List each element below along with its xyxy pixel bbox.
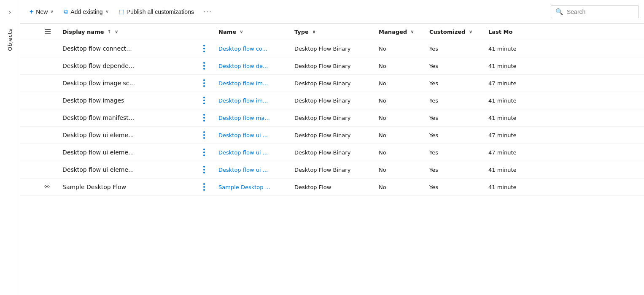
context-menu-button[interactable] xyxy=(201,130,207,141)
last-modified-cell: 47 minute xyxy=(483,144,644,161)
display-name-cell[interactable]: Desktop flow depende... xyxy=(57,57,201,75)
new-chevron-icon: ∨ xyxy=(50,9,54,14)
context-menu-cell xyxy=(201,40,213,57)
row-icon-cell xyxy=(40,40,57,57)
display-name-cell[interactable]: Desktop flow manifest... xyxy=(57,109,201,127)
context-menu-button[interactable] xyxy=(201,43,207,54)
table-row: Desktop flow images Desktop flow im...De… xyxy=(20,92,644,109)
row-checkbox-cell xyxy=(20,109,40,127)
chevron-right-icon: › xyxy=(8,8,11,16)
toolbar: + New ∨ ⧉ Add existing ∨ ⬚ Publish all c… xyxy=(20,0,644,24)
context-menu-button[interactable] xyxy=(201,164,207,175)
type-cell: Desktop Flow Binary xyxy=(289,161,374,179)
context-menu-cell xyxy=(201,144,213,161)
context-menu-button[interactable] xyxy=(201,147,207,158)
name-header-label: Name xyxy=(218,29,236,35)
name-cell: Desktop flow ui ... xyxy=(213,144,289,161)
type-cell: Desktop Flow Binary xyxy=(289,144,374,161)
row-checkbox-cell xyxy=(20,92,40,109)
context-menu-button[interactable] xyxy=(201,95,207,106)
search-input[interactable] xyxy=(567,8,634,15)
row-icon-cell xyxy=(40,75,57,92)
managed-header-label: Managed xyxy=(379,29,407,35)
row-checkbox-cell xyxy=(20,179,40,196)
customized-sort-icon: ∨ xyxy=(469,29,472,35)
row-icon-cell: 👁 xyxy=(40,179,57,196)
context-menu-button[interactable] xyxy=(201,181,207,192)
customized-cell: Yes xyxy=(424,57,483,75)
customized-cell: Yes xyxy=(424,92,483,109)
name-cell: Desktop flow co... xyxy=(213,40,289,57)
table-row: Desktop flow ui eleme... Desktop flow ui… xyxy=(20,127,644,144)
type-sort-icon: ∨ xyxy=(312,29,316,35)
context-menu-cell xyxy=(201,179,213,196)
display-name-cell[interactable]: Sample Desktop Flow xyxy=(57,179,201,196)
display-name-cell[interactable]: Desktop flow ui eleme... xyxy=(57,144,201,161)
more-actions-button[interactable]: ··· xyxy=(200,5,216,19)
name-cell: Sample Desktop ... xyxy=(213,179,289,196)
type-cell: Desktop Flow Binary xyxy=(289,40,374,57)
table-body: Desktop flow connect... Desktop flow co.… xyxy=(20,40,644,196)
managed-cell: No xyxy=(374,179,424,196)
type-cell: Desktop Flow Binary xyxy=(289,57,374,75)
new-button-label: New xyxy=(36,8,48,15)
display-name-sort-asc-icon: ↑ xyxy=(108,29,111,35)
last-modified-cell: 41 minute xyxy=(483,40,644,57)
type-cell: Desktop Flow Binary xyxy=(289,109,374,127)
display-name-cell[interactable]: Desktop flow image sc... xyxy=(57,75,201,92)
name-cell: Desktop flow im... xyxy=(213,92,289,109)
row-checkbox-cell xyxy=(20,144,40,161)
managed-cell: No xyxy=(374,109,424,127)
row-checkbox-cell xyxy=(20,127,40,144)
display-name-cell[interactable]: Desktop flow connect... xyxy=(57,40,201,57)
context-menu-button[interactable] xyxy=(201,60,207,71)
last-modified-cell: 41 minute xyxy=(483,179,644,196)
three-dots-icon xyxy=(203,45,205,52)
last-modified-cell: 47 minute xyxy=(483,127,644,144)
last-modified-cell: 41 minute xyxy=(483,57,644,75)
customized-header[interactable]: Customized ∨ xyxy=(424,24,483,40)
three-dots-icon xyxy=(203,62,205,70)
name-cell: Desktop flow ma... xyxy=(213,109,289,127)
three-dots-icon xyxy=(203,131,205,139)
publish-button[interactable]: ⬚ Publish all customizations xyxy=(115,6,198,18)
svg-rect-1 xyxy=(45,31,51,32)
new-button[interactable]: + New ∨ xyxy=(25,5,58,18)
context-menu-button[interactable] xyxy=(201,78,207,89)
row-icon-cell xyxy=(40,144,57,161)
name-cell: Desktop flow im... xyxy=(213,75,289,92)
table-row: 👁Sample Desktop Flow Sample Desktop ...D… xyxy=(20,179,644,196)
managed-sort-icon: ∨ xyxy=(410,29,414,35)
three-dots-icon xyxy=(203,79,205,87)
type-cell: Desktop Flow Binary xyxy=(289,75,374,92)
plus-icon: + xyxy=(30,8,33,16)
name-cell: Desktop flow de... xyxy=(213,57,289,75)
row-checkbox-cell xyxy=(20,75,40,92)
row-checkbox-cell xyxy=(20,161,40,179)
managed-cell: No xyxy=(374,161,424,179)
add-existing-button[interactable]: ⧉ Add existing ∨ xyxy=(59,5,113,18)
display-name-cell[interactable]: Desktop flow ui eleme... xyxy=(57,161,201,179)
last-modified-header: Last Mo xyxy=(483,24,644,40)
search-box[interactable]: 🔍 xyxy=(551,5,639,18)
display-name-cell[interactable]: Desktop flow images xyxy=(57,92,201,109)
last-modified-header-label: Last Mo xyxy=(488,29,512,35)
context-col-header xyxy=(201,24,213,40)
sidebar-toggle-button[interactable]: › xyxy=(3,5,17,19)
customized-cell: Yes xyxy=(424,75,483,92)
managed-header[interactable]: Managed ∨ xyxy=(374,24,424,40)
type-cell: Desktop Flow Binary xyxy=(289,92,374,109)
display-name-header[interactable]: Display name ↑ ∨ xyxy=(57,24,201,40)
type-cell: Desktop Flow Binary xyxy=(289,127,374,144)
table-area: Display name ↑ ∨ Name ∨ xyxy=(20,24,644,295)
display-name-cell[interactable]: Desktop flow ui eleme... xyxy=(57,127,201,144)
name-header[interactable]: Name ∨ xyxy=(213,24,289,40)
row-icon-cell xyxy=(40,109,57,127)
row-icon-cell xyxy=(40,92,57,109)
row-checkbox-cell xyxy=(20,57,40,75)
context-menu-button[interactable] xyxy=(201,112,207,123)
table-row: Desktop flow connect... Desktop flow co.… xyxy=(20,40,644,57)
context-menu-cell xyxy=(201,161,213,179)
type-header[interactable]: Type ∨ xyxy=(289,24,374,40)
publish-icon: ⬚ xyxy=(119,8,124,15)
